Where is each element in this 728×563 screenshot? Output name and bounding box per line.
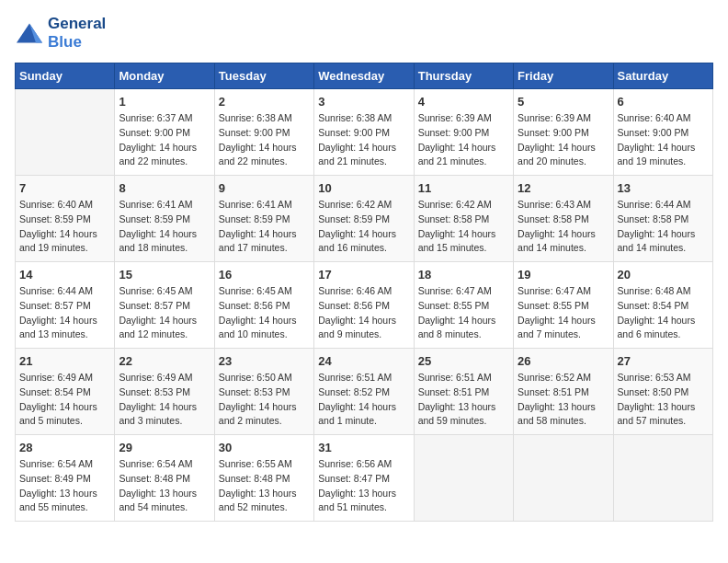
day-info: Sunrise: 6:43 AMSunset: 8:58 PMDaylight:… — [518, 198, 609, 256]
calendar-cell: 26Sunrise: 6:52 AMSunset: 8:51 PMDayligh… — [514, 349, 613, 435]
day-info: Sunrise: 6:42 AMSunset: 8:59 PMDaylight:… — [318, 198, 409, 256]
day-info: Sunrise: 6:44 AMSunset: 8:58 PMDaylight:… — [618, 198, 709, 256]
calendar-cell — [514, 435, 613, 522]
calendar-cell: 30Sunrise: 6:55 AMSunset: 8:48 PMDayligh… — [214, 435, 313, 522]
week-row-4: 21Sunrise: 6:49 AMSunset: 8:54 PMDayligh… — [16, 349, 713, 435]
calendar-table: SundayMondayTuesdayWednesdayThursdayFrid… — [15, 63, 713, 522]
calendar-cell: 17Sunrise: 6:46 AMSunset: 8:56 PMDayligh… — [314, 262, 414, 349]
calendar-cell: 1Sunrise: 6:37 AMSunset: 9:00 PMDaylight… — [115, 89, 214, 176]
calendar-cell — [613, 435, 712, 522]
day-info: Sunrise: 6:38 AMSunset: 9:00 PMDaylight:… — [318, 111, 409, 169]
logo-text: General Blue — [48, 15, 106, 52]
week-row-2: 7Sunrise: 6:40 AMSunset: 8:59 PMDaylight… — [16, 176, 713, 262]
day-info: Sunrise: 6:37 AMSunset: 9:00 PMDaylight:… — [119, 111, 210, 169]
day-info: Sunrise: 6:52 AMSunset: 8:51 PMDaylight:… — [518, 371, 609, 429]
day-number: 27 — [618, 354, 709, 368]
calendar-cell: 15Sunrise: 6:45 AMSunset: 8:57 PMDayligh… — [115, 262, 214, 349]
header-row: SundayMondayTuesdayWednesdayThursdayFrid… — [16, 63, 713, 89]
day-info: Sunrise: 6:51 AMSunset: 8:51 PMDaylight:… — [418, 371, 509, 429]
day-info: Sunrise: 6:39 AMSunset: 9:00 PMDaylight:… — [518, 111, 609, 169]
day-number: 16 — [219, 268, 310, 282]
day-info: Sunrise: 6:38 AMSunset: 9:00 PMDaylight:… — [219, 111, 310, 169]
day-info: Sunrise: 6:40 AMSunset: 8:59 PMDaylight:… — [19, 198, 110, 256]
calendar-cell: 19Sunrise: 6:47 AMSunset: 8:55 PMDayligh… — [514, 262, 613, 349]
day-info: Sunrise: 6:54 AMSunset: 8:49 PMDaylight:… — [19, 457, 110, 515]
day-info: Sunrise: 6:49 AMSunset: 8:54 PMDaylight:… — [19, 371, 110, 429]
calendar-cell: 10Sunrise: 6:42 AMSunset: 8:59 PMDayligh… — [314, 176, 414, 262]
day-info: Sunrise: 6:56 AMSunset: 8:47 PMDaylight:… — [318, 457, 409, 515]
calendar-cell: 22Sunrise: 6:49 AMSunset: 8:53 PMDayligh… — [115, 349, 214, 435]
calendar-cell: 7Sunrise: 6:40 AMSunset: 8:59 PMDaylight… — [16, 176, 115, 262]
calendar-cell: 24Sunrise: 6:51 AMSunset: 8:52 PMDayligh… — [314, 349, 414, 435]
day-info: Sunrise: 6:50 AMSunset: 8:53 PMDaylight:… — [219, 371, 310, 429]
day-number: 5 — [518, 95, 609, 109]
day-number: 9 — [219, 181, 310, 195]
day-number: 22 — [119, 354, 210, 368]
calendar-cell: 25Sunrise: 6:51 AMSunset: 8:51 PMDayligh… — [414, 349, 513, 435]
calendar-cell: 14Sunrise: 6:44 AMSunset: 8:57 PMDayligh… — [16, 262, 115, 349]
calendar-cell: 31Sunrise: 6:56 AMSunset: 8:47 PMDayligh… — [314, 435, 414, 522]
calendar-cell: 6Sunrise: 6:40 AMSunset: 9:00 PMDaylight… — [613, 89, 712, 176]
day-number: 3 — [318, 95, 409, 109]
calendar-cell: 11Sunrise: 6:42 AMSunset: 8:58 PMDayligh… — [414, 176, 513, 262]
day-info: Sunrise: 6:41 AMSunset: 8:59 PMDaylight:… — [219, 198, 310, 256]
day-number: 17 — [318, 268, 409, 282]
calendar-cell: 8Sunrise: 6:41 AMSunset: 8:59 PMDaylight… — [115, 176, 214, 262]
column-header-friday: Friday — [514, 63, 613, 89]
column-header-saturday: Saturday — [613, 63, 712, 89]
day-info: Sunrise: 6:53 AMSunset: 8:50 PMDaylight:… — [618, 371, 709, 429]
calendar-cell: 21Sunrise: 6:49 AMSunset: 8:54 PMDayligh… — [16, 349, 115, 435]
day-number: 30 — [219, 441, 310, 454]
day-info: Sunrise: 6:51 AMSunset: 8:52 PMDaylight:… — [318, 371, 409, 429]
calendar-body: 1Sunrise: 6:37 AMSunset: 9:00 PMDaylight… — [16, 89, 713, 522]
column-header-thursday: Thursday — [414, 63, 513, 89]
calendar-cell: 20Sunrise: 6:48 AMSunset: 8:54 PMDayligh… — [613, 262, 712, 349]
calendar-cell: 2Sunrise: 6:38 AMSunset: 9:00 PMDaylight… — [214, 89, 313, 176]
day-number: 29 — [119, 441, 210, 454]
day-info: Sunrise: 6:46 AMSunset: 8:56 PMDaylight:… — [318, 284, 409, 342]
day-number: 15 — [119, 268, 210, 282]
week-row-1: 1Sunrise: 6:37 AMSunset: 9:00 PMDaylight… — [16, 89, 713, 176]
column-header-tuesday: Tuesday — [214, 63, 313, 89]
day-info: Sunrise: 6:45 AMSunset: 8:57 PMDaylight:… — [119, 284, 210, 342]
calendar-header: SundayMondayTuesdayWednesdayThursdayFrid… — [16, 63, 713, 89]
day-info: Sunrise: 6:39 AMSunset: 9:00 PMDaylight:… — [418, 111, 509, 169]
day-number: 18 — [418, 268, 509, 282]
calendar-cell: 5Sunrise: 6:39 AMSunset: 9:00 PMDaylight… — [514, 89, 613, 176]
day-number: 20 — [618, 268, 709, 282]
day-info: Sunrise: 6:47 AMSunset: 8:55 PMDaylight:… — [518, 284, 609, 342]
day-info: Sunrise: 6:48 AMSunset: 8:54 PMDaylight:… — [618, 284, 709, 342]
column-header-sunday: Sunday — [16, 63, 115, 89]
day-number: 14 — [19, 268, 110, 282]
day-info: Sunrise: 6:54 AMSunset: 8:48 PMDaylight:… — [119, 457, 210, 515]
day-number: 4 — [418, 95, 509, 109]
day-info: Sunrise: 6:47 AMSunset: 8:55 PMDaylight:… — [418, 284, 509, 342]
calendar-cell: 27Sunrise: 6:53 AMSunset: 8:50 PMDayligh… — [613, 349, 712, 435]
day-number: 12 — [518, 181, 609, 195]
day-number: 10 — [318, 181, 409, 195]
page-header: General Blue — [15, 15, 713, 52]
day-number: 8 — [119, 181, 210, 195]
calendar-cell — [16, 89, 115, 176]
day-info: Sunrise: 6:42 AMSunset: 8:58 PMDaylight:… — [418, 198, 509, 256]
day-number: 7 — [19, 181, 110, 195]
day-number: 31 — [318, 441, 409, 454]
day-number: 11 — [418, 181, 509, 195]
column-header-wednesday: Wednesday — [314, 63, 414, 89]
day-number: 28 — [19, 441, 110, 454]
calendar-cell: 16Sunrise: 6:45 AMSunset: 8:56 PMDayligh… — [214, 262, 313, 349]
calendar-cell: 12Sunrise: 6:43 AMSunset: 8:58 PMDayligh… — [514, 176, 613, 262]
day-info: Sunrise: 6:45 AMSunset: 8:56 PMDaylight:… — [219, 284, 310, 342]
logo-icon — [15, 20, 44, 46]
day-info: Sunrise: 6:40 AMSunset: 9:00 PMDaylight:… — [618, 111, 709, 169]
calendar-cell: 13Sunrise: 6:44 AMSunset: 8:58 PMDayligh… — [613, 176, 712, 262]
day-number: 1 — [119, 95, 210, 109]
calendar-cell: 29Sunrise: 6:54 AMSunset: 8:48 PMDayligh… — [115, 435, 214, 522]
calendar-cell: 28Sunrise: 6:54 AMSunset: 8:49 PMDayligh… — [16, 435, 115, 522]
day-number: 23 — [219, 354, 310, 368]
day-number: 13 — [618, 181, 709, 195]
calendar-cell: 3Sunrise: 6:38 AMSunset: 9:00 PMDaylight… — [314, 89, 414, 176]
day-number: 21 — [19, 354, 110, 368]
calendar-cell: 18Sunrise: 6:47 AMSunset: 8:55 PMDayligh… — [414, 262, 513, 349]
day-info: Sunrise: 6:44 AMSunset: 8:57 PMDaylight:… — [19, 284, 110, 342]
